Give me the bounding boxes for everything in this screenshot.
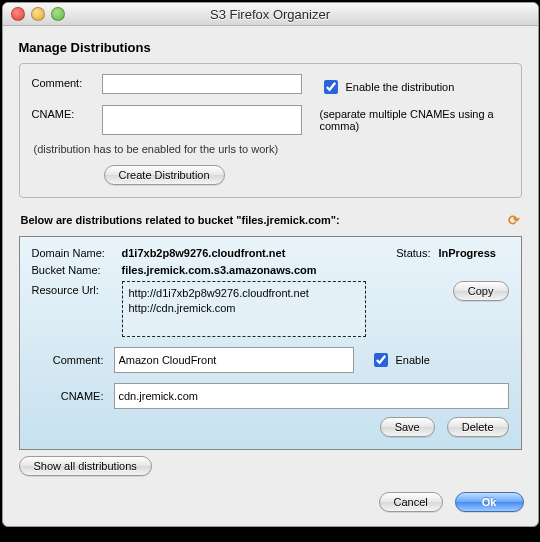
cname-label: CNAME: [32, 105, 102, 120]
content: Manage Distributions Comment: Enable the… [3, 26, 538, 486]
dist-comment-label: Comment: [32, 354, 108, 366]
page-title: Manage Distributions [19, 40, 522, 55]
bucket-name-label: Bucket Name: [32, 264, 122, 276]
dialog-footer: Cancel Ok [3, 486, 538, 526]
dist-comment-input[interactable] [114, 347, 354, 373]
copy-button[interactable]: Copy [453, 281, 509, 301]
close-icon[interactable] [11, 7, 25, 21]
enable-distribution-checkbox[interactable]: Enable the distribution [320, 77, 509, 97]
titlebar: S3 Firefox Organizer [3, 3, 538, 26]
resource-url-box[interactable]: http://d1i7xb2p8w9276.cloudfront.net htt… [122, 281, 366, 337]
create-distribution-button[interactable]: Create Distribution [104, 165, 225, 185]
dialog-window: S3 Firefox Organizer Manage Distribution… [2, 2, 539, 527]
resource-url-label: Resource Url: [32, 281, 122, 296]
enabled-hint: (distribution has to be enabled for the … [34, 143, 509, 155]
create-group: Comment: Enable the distribution CNAME: … [19, 63, 522, 198]
bucket-name-value: files.jremick.com.s3.amazonaws.com [122, 264, 509, 276]
show-all-distributions-button[interactable]: Show all distributions [19, 456, 152, 476]
save-button[interactable]: Save [380, 417, 435, 437]
delete-button[interactable]: Delete [447, 417, 509, 437]
ok-button[interactable]: Ok [455, 492, 524, 512]
enable-distribution-label: Enable the distribution [346, 81, 455, 93]
dist-enable-checkbox[interactable]: Enable [370, 350, 430, 370]
zoom-icon[interactable] [51, 7, 65, 21]
resource-url-2: http://cdn.jremick.com [129, 301, 359, 316]
distributions-header: Below are distributions related to bucke… [21, 214, 340, 226]
domain-name-value: d1i7xb2p8w9276.cloudfront.net [122, 247, 381, 259]
minimize-icon[interactable] [31, 7, 45, 21]
comment-label: Comment: [32, 74, 102, 89]
dist-cname-label: CNAME: [32, 390, 108, 402]
status-value: InProgress [439, 247, 509, 259]
traffic-lights [11, 7, 65, 21]
refresh-icon[interactable]: ⟳ [506, 212, 522, 228]
cname-hint: (separate multiple CNAMEs using a comma) [302, 105, 509, 132]
cancel-button[interactable]: Cancel [379, 492, 443, 512]
distribution-panel: Domain Name: d1i7xb2p8w9276.cloudfront.n… [19, 236, 522, 450]
window-title: S3 Firefox Organizer [210, 7, 330, 22]
dist-enable-input[interactable] [374, 353, 388, 367]
enable-distribution-input[interactable] [324, 80, 338, 94]
comment-input[interactable] [102, 74, 302, 94]
dist-cname-input[interactable] [114, 383, 509, 409]
dist-enable-label: Enable [396, 354, 430, 366]
status-label: Status: [381, 247, 431, 259]
cname-input[interactable] [102, 105, 302, 135]
resource-url-1: http://d1i7xb2p8w9276.cloudfront.net [129, 286, 359, 301]
domain-name-label: Domain Name: [32, 247, 122, 259]
